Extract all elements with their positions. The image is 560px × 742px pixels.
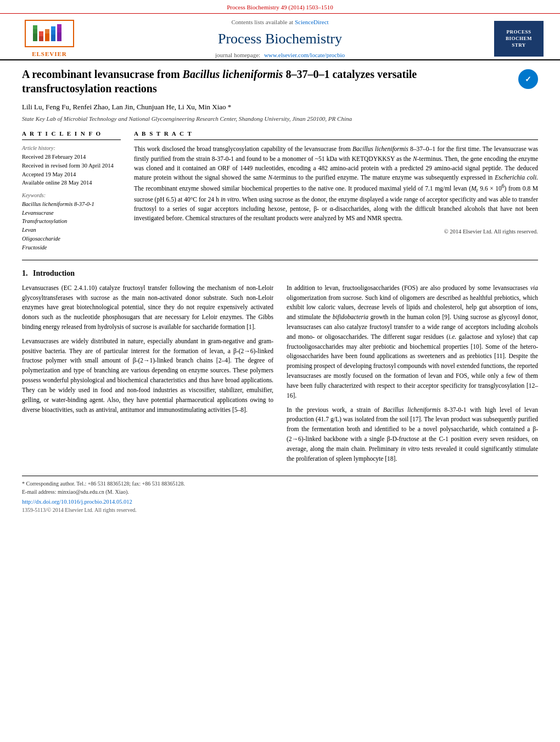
- svg-text:✓: ✓: [525, 75, 531, 83]
- elsevier-name: ELSEVIER: [32, 50, 67, 58]
- journal-header-center: Contents lists available at ScienceDirec…: [82, 18, 478, 59]
- elsevier-logo: ELSEVIER: [16, 20, 82, 58]
- main-content: A recombinant levansucrase from Bacillus…: [0, 60, 560, 525]
- top-bar: Process Biochemistry 49 (2014) 1503–1510: [0, 0, 560, 14]
- article-info-col: A R T I C L E I N F O Article history: R…: [22, 130, 121, 252]
- keyword-1: Bacillus licheniformis 8-37-0-1: [22, 200, 121, 209]
- keyword-5: Oligosaccharide: [22, 235, 121, 243]
- logo-line-1: PROCESS: [506, 29, 531, 36]
- intro-para-1: Levansucrases (EC 2.4.1.10) catalyze fru…: [22, 283, 273, 332]
- section-title-text: Introduction: [33, 269, 75, 277]
- section-title-introduction: 1. Introduction: [22, 268, 538, 279]
- elsevier-logo-area: ELSEVIER: [16, 20, 82, 58]
- svg-rect-11: [57, 28, 61, 32]
- revised-date: Received in revised form 30 April 2014: [22, 162, 121, 170]
- journal-header: ELSEVIER Contents lists available at Sci…: [0, 14, 560, 60]
- sciencedirect-link[interactable]: ScienceDirect: [295, 19, 329, 25]
- keyword-6: Fructoside: [22, 244, 121, 252]
- svg-rect-4: [39, 31, 43, 36]
- crossmark-icon: ✓: [520, 71, 536, 87]
- svg-rect-1: [33, 29, 37, 34]
- received-date: Received 28 February 2014: [22, 153, 121, 161]
- body-left-col: Levansucrases (EC 2.4.1.10) catalyze fru…: [22, 283, 273, 468]
- journal-title: Process Biochemistry: [93, 29, 467, 49]
- section-divider: [22, 260, 538, 260]
- svg-rect-5: [45, 34, 49, 41]
- svg-rect-9: [51, 26, 55, 30]
- body-two-col: Levansucrases (EC 2.4.1.10) catalyze fru…: [22, 283, 538, 468]
- intro-para-4: In the previous work, a strain of Bacill…: [287, 405, 538, 464]
- elsevier-box: [25, 20, 74, 47]
- article-info-abstract-section: A R T I C L E I N F O Article history: R…: [22, 130, 538, 252]
- article-title-section: A recombinant levansucrase from Bacillus…: [22, 67, 538, 99]
- citation-text: Process Biochemistry 49 (2014) 1503–1510: [227, 4, 333, 10]
- online-date: Available online 28 May 2014: [22, 179, 121, 187]
- footnote-email: E-mail address: minxiao@sdu.edu.cn (M. X…: [22, 488, 538, 496]
- abstract-col: A B S T R A C T This work disclosed the …: [134, 130, 538, 252]
- doi-line[interactable]: http://dx.doi.org/10.1016/j.procbio.2014…: [22, 498, 538, 506]
- journal-logo-area: PROCESS BIOCHEM STRY: [478, 21, 544, 57]
- article-title: A recombinant levansucrase from Bacillus…: [22, 67, 518, 96]
- article-info-header: A R T I C L E I N F O: [22, 130, 121, 140]
- copyright-line: © 2014 Elsevier Ltd. All rights reserved…: [134, 228, 538, 236]
- journal-logo-box: PROCESS BIOCHEM STRY: [494, 21, 544, 57]
- logo-line-3: STRY: [512, 42, 526, 49]
- body-right-col: In addition to levan, fructooligosacchar…: [287, 283, 538, 468]
- keyword-3: Transfructosylation: [22, 217, 121, 226]
- abstract-text: This work disclosed the broad transglyco…: [134, 144, 538, 223]
- affiliation-line: State Key Lab of Microbial Technology an…: [22, 115, 538, 123]
- svg-rect-2: [33, 25, 37, 29]
- svg-rect-6: [45, 29, 49, 34]
- svg-rect-10: [57, 32, 61, 41]
- journal-homepage: journal homepage: www.elsevier.com/locat…: [93, 51, 467, 59]
- crossmark-badge: ✓: [518, 69, 538, 89]
- svg-rect-7: [51, 35, 55, 41]
- intro-para-3: In addition to levan, fructooligosacchar…: [287, 283, 538, 401]
- elsevier-tree-icon: [30, 23, 69, 44]
- issn-line: 1359-5113/© 2014 Elsevier Ltd. All right…: [22, 506, 538, 514]
- info-dates: Received 28 February 2014 Received in re…: [22, 153, 121, 187]
- footnote-section: * Corresponding author. Tel.: +86 531 88…: [22, 476, 538, 514]
- keyword-2: Levansucrase: [22, 209, 121, 217]
- svg-rect-0: [33, 34, 37, 41]
- footnote-star: * Corresponding author. Tel.: +86 531 88…: [22, 479, 538, 488]
- svg-rect-12: [57, 24, 61, 28]
- keyword-4: Levan: [22, 226, 121, 235]
- page: Process Biochemistry 49 (2014) 1503–1510: [0, 0, 560, 742]
- logo-line-2: BIOCHEM: [506, 36, 532, 42]
- section-number: 1.: [22, 269, 28, 277]
- svg-rect-3: [39, 36, 43, 41]
- keywords-section: Keywords: Bacillus licheniformis 8-37-0-…: [22, 192, 121, 252]
- homepage-link[interactable]: www.elsevier.com/locate/procbio: [264, 52, 345, 58]
- svg-rect-8: [51, 30, 55, 35]
- authors-line: Lili Lu, Feng Fu, Renfei Zhao, Lan Jin, …: [22, 102, 538, 112]
- keywords-list: Bacillus licheniformis 8-37-0-1 Levansuc…: [22, 200, 121, 252]
- intro-para-2: Levansucrases are widely distributed in …: [22, 337, 273, 415]
- abstract-header: A B S T R A C T: [134, 130, 538, 140]
- history-label: Article history:: [22, 144, 121, 152]
- keywords-label: Keywords:: [22, 192, 121, 199]
- contents-line: Contents lists available at ScienceDirec…: [93, 18, 467, 26]
- accepted-date: Accepted 19 May 2014: [22, 171, 121, 179]
